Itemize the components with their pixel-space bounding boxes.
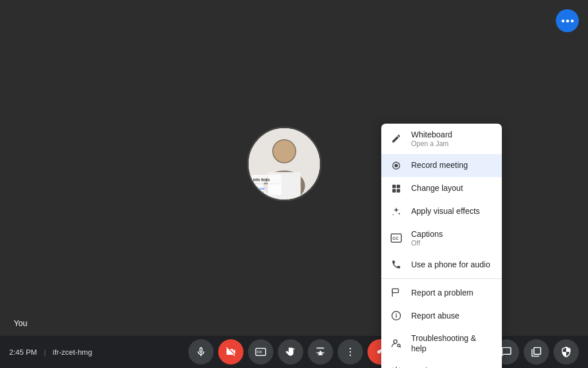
svg-rect-19: [392, 289, 399, 293]
visual-effects-label: Apply visual effects: [411, 206, 480, 216]
report-abuse-label: Report abuse: [411, 310, 459, 321]
svg-rect-13: [392, 185, 396, 188]
phone-audio-label: Use a phone for audio: [411, 259, 490, 270]
svg-text:Partner: Partner: [253, 191, 264, 194]
menu-item-troubleshooting[interactable]: Troubleshooting & help: [381, 327, 502, 359]
camera-button[interactable]: [218, 339, 243, 365]
toolbar-separator: |: [44, 348, 45, 356]
meeting-id: ifr-zcet-hmg: [53, 348, 92, 356]
menu-item-report-abuse[interactable]: Report abuse: [381, 304, 502, 327]
svg-text:CC: CC: [393, 236, 399, 241]
svg-point-4: [273, 140, 295, 162]
flag-icon: [390, 287, 402, 298]
svg-point-31: [350, 351, 351, 353]
svg-point-12: [394, 164, 398, 167]
dot: [562, 20, 564, 22]
avatar: info links G Suite Partner: [249, 128, 320, 200]
pencil-icon: [390, 133, 402, 144]
troubleshooting-label: Troubleshooting & help: [411, 333, 493, 354]
toolbar-left: 2:45 PM | ifr-zcet-hmg: [9, 348, 92, 356]
phone-icon: [390, 259, 402, 270]
svg-point-32: [350, 355, 351, 356]
menu-item-visual-effects[interactable]: Apply visual effects: [381, 200, 502, 223]
menu-item-layout[interactable]: Change layout: [381, 177, 502, 200]
participant-you-label: You: [14, 319, 28, 328]
dot: [566, 20, 569, 22]
present-button[interactable]: [308, 339, 333, 365]
mic-button[interactable]: [188, 339, 214, 365]
video-area: info links G Suite Partner You Whiteboar…: [0, 0, 588, 368]
record-icon: [390, 160, 402, 171]
layout-icon: [390, 183, 402, 194]
sparkle-icon: [390, 206, 402, 217]
captions-icon: CC: [390, 232, 402, 244]
record-label: Record meeting: [411, 160, 468, 170]
context-menu: Whiteboard Open a Jam Record meeting: [381, 124, 502, 368]
more-options-button[interactable]: [556, 9, 579, 32]
svg-line-26: [400, 347, 400, 347]
svg-rect-16: [397, 189, 400, 192]
svg-text:CC: CC: [257, 350, 262, 354]
current-time: 2:45 PM: [9, 348, 37, 356]
svg-point-24: [394, 340, 397, 343]
svg-rect-14: [397, 185, 400, 188]
svg-rect-15: [392, 189, 396, 192]
raise-hand-button[interactable]: [278, 339, 303, 365]
info-icon: [390, 310, 402, 321]
person-search-icon: [390, 338, 402, 349]
menu-divider-1: [381, 278, 502, 279]
activities-button[interactable]: [524, 339, 549, 365]
whiteboard-sublabel: Open a Jam: [411, 140, 452, 148]
whiteboard-label: Whiteboard: [411, 129, 452, 140]
settings-label: Settings: [411, 366, 440, 368]
svg-text:info links: info links: [253, 178, 270, 182]
dot: [571, 20, 574, 22]
host-controls-button[interactable]: [554, 339, 579, 365]
gear-icon: [390, 366, 402, 368]
menu-item-captions[interactable]: CC Captions Off: [381, 223, 502, 254]
toolbar-center: CC: [188, 339, 400, 365]
captions-button[interactable]: CC: [248, 339, 273, 365]
menu-item-whiteboard[interactable]: Whiteboard Open a Jam: [381, 124, 502, 154]
captions-label: Captions: [411, 229, 443, 239]
menu-item-report-problem[interactable]: Report a problem: [381, 281, 502, 304]
report-problem-label: Report a problem: [411, 288, 473, 298]
layout-label: Change layout: [411, 183, 463, 193]
captions-sublabel: Off: [411, 239, 443, 247]
svg-text:G Suite: G Suite: [253, 187, 265, 190]
menu-item-record[interactable]: Record meeting: [381, 154, 502, 177]
menu-item-phone-audio[interactable]: Use a phone for audio: [381, 253, 502, 276]
more-options-toolbar-button[interactable]: [338, 339, 363, 365]
participant-thumbnail: info links G Suite Partner: [247, 126, 322, 201]
svg-point-30: [350, 348, 351, 350]
menu-item-settings[interactable]: Settings: [381, 360, 502, 368]
